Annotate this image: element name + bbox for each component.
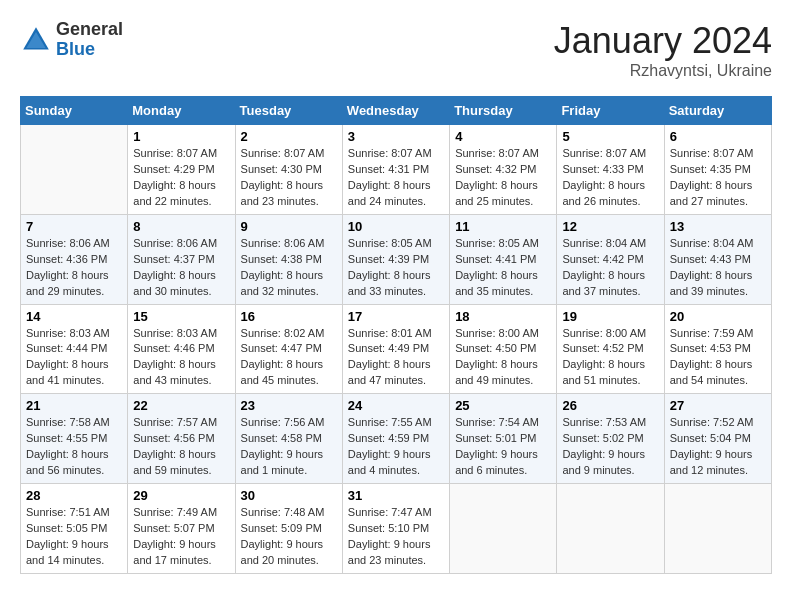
day-number: 14 bbox=[26, 309, 122, 324]
calendar-cell bbox=[557, 484, 664, 574]
day-info: Sunrise: 7:56 AMSunset: 4:58 PMDaylight:… bbox=[241, 415, 337, 479]
day-info: Sunrise: 8:02 AMSunset: 4:47 PMDaylight:… bbox=[241, 326, 337, 390]
calendar-header-row: SundayMondayTuesdayWednesdayThursdayFrid… bbox=[21, 97, 772, 125]
calendar-table: SundayMondayTuesdayWednesdayThursdayFrid… bbox=[20, 96, 772, 574]
day-number: 7 bbox=[26, 219, 122, 234]
day-info: Sunrise: 7:57 AMSunset: 4:56 PMDaylight:… bbox=[133, 415, 229, 479]
day-number: 22 bbox=[133, 398, 229, 413]
calendar-cell: 5Sunrise: 8:07 AMSunset: 4:33 PMDaylight… bbox=[557, 125, 664, 215]
calendar-cell: 29Sunrise: 7:49 AMSunset: 5:07 PMDayligh… bbox=[128, 484, 235, 574]
calendar-cell: 23Sunrise: 7:56 AMSunset: 4:58 PMDayligh… bbox=[235, 394, 342, 484]
day-number: 2 bbox=[241, 129, 337, 144]
calendar-week-row: 7Sunrise: 8:06 AMSunset: 4:36 PMDaylight… bbox=[21, 214, 772, 304]
day-info: Sunrise: 8:03 AMSunset: 4:44 PMDaylight:… bbox=[26, 326, 122, 390]
weekday-header: Thursday bbox=[450, 97, 557, 125]
title-block: January 2024 Rzhavyntsi, Ukraine bbox=[554, 20, 772, 80]
calendar-cell: 2Sunrise: 8:07 AMSunset: 4:30 PMDaylight… bbox=[235, 125, 342, 215]
calendar-cell: 3Sunrise: 8:07 AMSunset: 4:31 PMDaylight… bbox=[342, 125, 449, 215]
calendar-cell: 21Sunrise: 7:58 AMSunset: 4:55 PMDayligh… bbox=[21, 394, 128, 484]
day-number: 16 bbox=[241, 309, 337, 324]
calendar-cell: 13Sunrise: 8:04 AMSunset: 4:43 PMDayligh… bbox=[664, 214, 771, 304]
location-subtitle: Rzhavyntsi, Ukraine bbox=[554, 62, 772, 80]
calendar-cell: 25Sunrise: 7:54 AMSunset: 5:01 PMDayligh… bbox=[450, 394, 557, 484]
logo: General Blue bbox=[20, 20, 123, 60]
weekday-header: Friday bbox=[557, 97, 664, 125]
day-number: 29 bbox=[133, 488, 229, 503]
weekday-header: Sunday bbox=[21, 97, 128, 125]
day-number: 12 bbox=[562, 219, 658, 234]
day-number: 15 bbox=[133, 309, 229, 324]
day-number: 13 bbox=[670, 219, 766, 234]
day-number: 19 bbox=[562, 309, 658, 324]
day-number: 9 bbox=[241, 219, 337, 234]
month-title: January 2024 bbox=[554, 20, 772, 62]
calendar-week-row: 28Sunrise: 7:51 AMSunset: 5:05 PMDayligh… bbox=[21, 484, 772, 574]
day-number: 27 bbox=[670, 398, 766, 413]
calendar-cell: 26Sunrise: 7:53 AMSunset: 5:02 PMDayligh… bbox=[557, 394, 664, 484]
calendar-cell: 24Sunrise: 7:55 AMSunset: 4:59 PMDayligh… bbox=[342, 394, 449, 484]
day-number: 24 bbox=[348, 398, 444, 413]
calendar-cell bbox=[664, 484, 771, 574]
logo-blue-text: Blue bbox=[56, 40, 123, 60]
day-info: Sunrise: 8:03 AMSunset: 4:46 PMDaylight:… bbox=[133, 326, 229, 390]
calendar-week-row: 1Sunrise: 8:07 AMSunset: 4:29 PMDaylight… bbox=[21, 125, 772, 215]
calendar-cell: 6Sunrise: 8:07 AMSunset: 4:35 PMDaylight… bbox=[664, 125, 771, 215]
day-number: 31 bbox=[348, 488, 444, 503]
day-info: Sunrise: 8:00 AMSunset: 4:52 PMDaylight:… bbox=[562, 326, 658, 390]
day-info: Sunrise: 7:47 AMSunset: 5:10 PMDaylight:… bbox=[348, 505, 444, 569]
day-number: 5 bbox=[562, 129, 658, 144]
calendar-cell: 12Sunrise: 8:04 AMSunset: 4:42 PMDayligh… bbox=[557, 214, 664, 304]
weekday-header: Monday bbox=[128, 97, 235, 125]
day-info: Sunrise: 8:06 AMSunset: 4:37 PMDaylight:… bbox=[133, 236, 229, 300]
day-info: Sunrise: 8:07 AMSunset: 4:33 PMDaylight:… bbox=[562, 146, 658, 210]
calendar-cell: 14Sunrise: 8:03 AMSunset: 4:44 PMDayligh… bbox=[21, 304, 128, 394]
day-info: Sunrise: 8:07 AMSunset: 4:35 PMDaylight:… bbox=[670, 146, 766, 210]
day-info: Sunrise: 8:01 AMSunset: 4:49 PMDaylight:… bbox=[348, 326, 444, 390]
day-info: Sunrise: 8:05 AMSunset: 4:39 PMDaylight:… bbox=[348, 236, 444, 300]
weekday-header: Tuesday bbox=[235, 97, 342, 125]
calendar-week-row: 21Sunrise: 7:58 AMSunset: 4:55 PMDayligh… bbox=[21, 394, 772, 484]
logo-icon bbox=[20, 24, 52, 56]
calendar-cell: 18Sunrise: 8:00 AMSunset: 4:50 PMDayligh… bbox=[450, 304, 557, 394]
calendar-cell: 8Sunrise: 8:06 AMSunset: 4:37 PMDaylight… bbox=[128, 214, 235, 304]
logo-general-text: General bbox=[56, 20, 123, 40]
day-info: Sunrise: 8:00 AMSunset: 4:50 PMDaylight:… bbox=[455, 326, 551, 390]
day-info: Sunrise: 8:05 AMSunset: 4:41 PMDaylight:… bbox=[455, 236, 551, 300]
calendar-cell: 30Sunrise: 7:48 AMSunset: 5:09 PMDayligh… bbox=[235, 484, 342, 574]
day-info: Sunrise: 8:04 AMSunset: 4:42 PMDaylight:… bbox=[562, 236, 658, 300]
day-info: Sunrise: 7:51 AMSunset: 5:05 PMDaylight:… bbox=[26, 505, 122, 569]
day-info: Sunrise: 7:58 AMSunset: 4:55 PMDaylight:… bbox=[26, 415, 122, 479]
weekday-header: Wednesday bbox=[342, 97, 449, 125]
day-number: 30 bbox=[241, 488, 337, 503]
calendar-cell: 17Sunrise: 8:01 AMSunset: 4:49 PMDayligh… bbox=[342, 304, 449, 394]
day-info: Sunrise: 7:49 AMSunset: 5:07 PMDaylight:… bbox=[133, 505, 229, 569]
day-number: 3 bbox=[348, 129, 444, 144]
day-info: Sunrise: 7:53 AMSunset: 5:02 PMDaylight:… bbox=[562, 415, 658, 479]
day-info: Sunrise: 7:48 AMSunset: 5:09 PMDaylight:… bbox=[241, 505, 337, 569]
day-info: Sunrise: 8:07 AMSunset: 4:29 PMDaylight:… bbox=[133, 146, 229, 210]
day-number: 1 bbox=[133, 129, 229, 144]
calendar-cell: 15Sunrise: 8:03 AMSunset: 4:46 PMDayligh… bbox=[128, 304, 235, 394]
day-number: 11 bbox=[455, 219, 551, 234]
calendar-cell: 31Sunrise: 7:47 AMSunset: 5:10 PMDayligh… bbox=[342, 484, 449, 574]
day-number: 17 bbox=[348, 309, 444, 324]
day-info: Sunrise: 7:59 AMSunset: 4:53 PMDaylight:… bbox=[670, 326, 766, 390]
calendar-week-row: 14Sunrise: 8:03 AMSunset: 4:44 PMDayligh… bbox=[21, 304, 772, 394]
day-number: 6 bbox=[670, 129, 766, 144]
weekday-header: Saturday bbox=[664, 97, 771, 125]
day-info: Sunrise: 7:54 AMSunset: 5:01 PMDaylight:… bbox=[455, 415, 551, 479]
day-number: 26 bbox=[562, 398, 658, 413]
day-info: Sunrise: 8:04 AMSunset: 4:43 PMDaylight:… bbox=[670, 236, 766, 300]
calendar-cell: 19Sunrise: 8:00 AMSunset: 4:52 PMDayligh… bbox=[557, 304, 664, 394]
day-info: Sunrise: 8:07 AMSunset: 4:32 PMDaylight:… bbox=[455, 146, 551, 210]
day-info: Sunrise: 8:06 AMSunset: 4:36 PMDaylight:… bbox=[26, 236, 122, 300]
day-info: Sunrise: 7:52 AMSunset: 5:04 PMDaylight:… bbox=[670, 415, 766, 479]
day-number: 18 bbox=[455, 309, 551, 324]
day-info: Sunrise: 7:55 AMSunset: 4:59 PMDaylight:… bbox=[348, 415, 444, 479]
day-info: Sunrise: 8:07 AMSunset: 4:30 PMDaylight:… bbox=[241, 146, 337, 210]
day-number: 8 bbox=[133, 219, 229, 234]
calendar-cell: 27Sunrise: 7:52 AMSunset: 5:04 PMDayligh… bbox=[664, 394, 771, 484]
calendar-cell: 16Sunrise: 8:02 AMSunset: 4:47 PMDayligh… bbox=[235, 304, 342, 394]
calendar-cell: 10Sunrise: 8:05 AMSunset: 4:39 PMDayligh… bbox=[342, 214, 449, 304]
day-number: 25 bbox=[455, 398, 551, 413]
